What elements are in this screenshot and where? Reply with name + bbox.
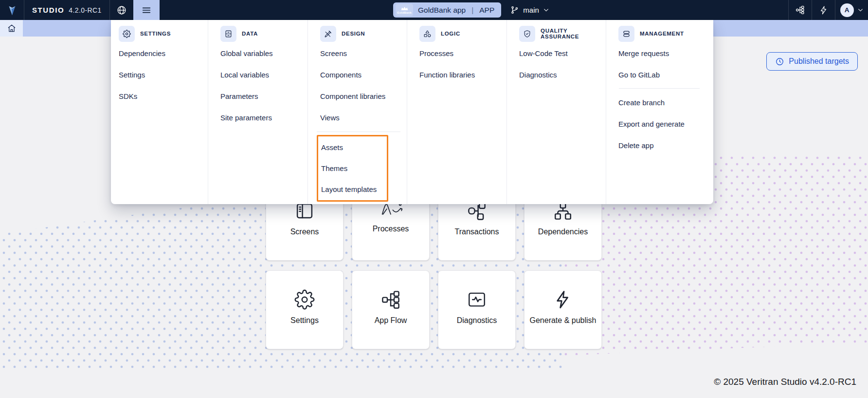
- card-diagnostics[interactable]: Diagnostics: [438, 270, 516, 349]
- shield-check-icon: [519, 26, 535, 42]
- menu-item-diagnostics[interactable]: Diagnostics: [519, 64, 606, 85]
- menu-item-local-variables[interactable]: Local variables: [220, 64, 307, 85]
- menu-column-settings: SETTINGS Dependencies Settings SDKs: [111, 20, 208, 204]
- shapes-icon: [419, 26, 435, 42]
- bolt-icon: [553, 289, 573, 310]
- menu-item-settings[interactable]: Settings: [119, 64, 208, 85]
- top-bar: STUDIO 4.2.0-RC1 GoldBank GoldBank app |…: [0, 0, 868, 20]
- card-app-flow[interactable]: App Flow: [352, 270, 430, 349]
- product-name: STUDIO: [32, 6, 64, 14]
- menu-item-views[interactable]: Views: [320, 107, 407, 128]
- globe-icon: [116, 5, 127, 16]
- card-label: Settings: [290, 316, 319, 325]
- generate-publish-button[interactable]: [812, 0, 835, 20]
- menu-column-title: DESIGN: [342, 31, 365, 37]
- veritran-logo[interactable]: [0, 0, 24, 20]
- menu-column-logic: LOGIC Processes Function libraries: [407, 20, 506, 204]
- home-button[interactable]: [0, 20, 23, 37]
- app-name: GoldBank app: [418, 6, 466, 15]
- card-label: Screens: [290, 227, 319, 236]
- menu-item-component-libraries[interactable]: Component libraries: [320, 85, 407, 107]
- card-label: Generate & publish: [530, 316, 597, 325]
- topbar-right: A: [788, 0, 868, 20]
- language-globe-button[interactable]: [110, 0, 133, 20]
- topbar-center: GoldBank GoldBank app | APP main: [393, 0, 549, 20]
- flow-nodes-icon: [795, 5, 805, 15]
- card-label: Diagnostics: [457, 316, 497, 325]
- menu-item-sdks[interactable]: SDKs: [119, 85, 208, 107]
- product-version: 4.2.0-RC1: [69, 6, 101, 14]
- menu-column-design: DESIGN Screens Components Component libr…: [307, 20, 407, 204]
- product-brand: STUDIO 4.2.0-RC1: [24, 0, 110, 20]
- menu-column-header: LOGIC: [419, 25, 506, 42]
- app-flow-icon: [380, 289, 401, 310]
- menu-item-dependencies[interactable]: Dependencies: [119, 42, 208, 64]
- menu-column-quality-assurance: QUALITY ASSURANCE Low-Code Test Diagnost…: [506, 20, 606, 204]
- menu-item-global-variables[interactable]: Global variables: [220, 42, 307, 64]
- gear-icon: [119, 26, 135, 42]
- menu-item-components[interactable]: Components: [320, 64, 407, 85]
- menu-item-layout-templates[interactable]: Layout templates: [321, 179, 387, 200]
- menu-column-header: SETTINGS: [119, 25, 208, 42]
- pencil-ruler-icon: [320, 26, 336, 42]
- menu-column-title: DATA: [242, 31, 258, 37]
- data-cabinet-icon: [220, 26, 236, 42]
- card-settings[interactable]: Settings: [266, 270, 344, 349]
- menu-column-header: DESIGN: [320, 25, 407, 42]
- menu-item-site-parameters[interactable]: Site parameters: [220, 107, 307, 128]
- branch-name: main: [523, 6, 539, 14]
- menu-column-management: MANAGEMENT Merge requests Go to GitLab C…: [606, 20, 713, 204]
- menu-item-export-and-generate[interactable]: Export and generate: [618, 113, 713, 134]
- goldbank-logo-text: GoldBank: [397, 11, 412, 14]
- app-type: APP: [479, 6, 494, 15]
- menu-column-title: MANAGEMENT: [640, 31, 684, 37]
- git-branch-icon: [510, 5, 519, 15]
- menu-item-create-branch[interactable]: Create branch: [618, 92, 713, 113]
- design-highlight-box: Assets Themes Layout templates: [317, 135, 388, 202]
- chevron-down-icon: [543, 7, 549, 13]
- menu-item-low-code-test[interactable]: Low-Code Test: [519, 42, 606, 64]
- diagnostics-icon: [467, 289, 487, 310]
- menu-item-merge-requests[interactable]: Merge requests: [618, 42, 713, 64]
- bolt-icon: [819, 5, 829, 15]
- clock-icon: [775, 57, 784, 66]
- card-label: Processes: [373, 225, 409, 233]
- stack-icon: [618, 26, 634, 42]
- menu-item-function-libraries[interactable]: Function libraries: [419, 64, 506, 85]
- published-targets-label: Published targets: [789, 57, 849, 66]
- menu-divider: [619, 88, 700, 89]
- menu-column-header: MANAGEMENT: [618, 25, 713, 42]
- app-badge-separator: |: [470, 6, 474, 15]
- menu-item-assets[interactable]: Assets: [321, 137, 387, 158]
- menu-column-title: SETTINGS: [140, 31, 171, 37]
- goldbank-logo: GoldBank: [396, 4, 413, 16]
- card-generate-publish[interactable]: Generate & publish: [524, 270, 602, 349]
- menu-column-title: QUALITY ASSURANCE: [541, 28, 606, 39]
- shortcut-cards-grid: Screens Processes Transactions: [266, 182, 602, 349]
- menu-item-processes[interactable]: Processes: [419, 42, 506, 64]
- home-icon: [7, 23, 17, 33]
- app-badge[interactable]: GoldBank GoldBank app | APP: [393, 2, 501, 18]
- menu-column-title: LOGIC: [441, 31, 460, 37]
- menu-item-screens[interactable]: Screens: [320, 42, 407, 64]
- main-mega-menu: SETTINGS Dependencies Settings SDKs DATA…: [111, 20, 713, 204]
- avatar[interactable]: A: [840, 3, 854, 17]
- branch-selector[interactable]: main: [510, 5, 549, 15]
- menu-item-themes[interactable]: Themes: [321, 158, 387, 179]
- integrations-button[interactable]: [788, 0, 812, 20]
- card-label: App Flow: [375, 316, 407, 325]
- user-menu[interactable]: A: [835, 0, 868, 20]
- menu-item-delete-app[interactable]: Delete app: [618, 134, 713, 156]
- crown-icon: [401, 6, 408, 11]
- menu-item-parameters[interactable]: Parameters: [220, 85, 307, 107]
- copyright-footer: © 2025 Veritran Studio v4.2.0-RC1: [714, 377, 856, 387]
- hamburger-icon: [141, 5, 152, 16]
- veritran-logo-icon: [6, 4, 18, 17]
- published-targets-button[interactable]: Published targets: [766, 52, 858, 71]
- card-label: Transactions: [455, 227, 499, 236]
- menu-column-data: DATA Global variables Local variables Pa…: [208, 20, 307, 204]
- chevron-down-icon: [857, 7, 864, 13]
- menu-item-go-to-gitlab[interactable]: Go to GitLab: [618, 64, 713, 85]
- main-menu-button[interactable]: [133, 0, 160, 20]
- menu-column-header: QUALITY ASSURANCE: [519, 25, 606, 42]
